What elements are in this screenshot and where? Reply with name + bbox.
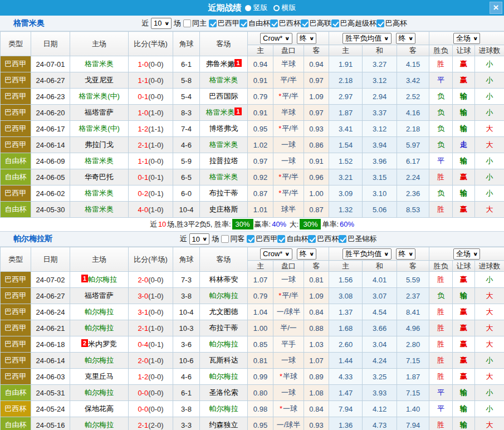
- competition-filter[interactable]: 巴高超级杯: [331, 18, 376, 28]
- halftime-score: (1-0): [148, 206, 163, 214]
- match-row: 巴西甲24-07-01格雷米奥1-0(0-0)6-1弗鲁米嫩10.94半球0.9…: [1, 56, 504, 72]
- avg-stage-select[interactable]: 终∨: [396, 33, 415, 44]
- date-cell: 24-06-03: [31, 369, 70, 385]
- halftime-score: (1-0): [148, 109, 163, 117]
- scope-group-header: 全场∨: [429, 247, 504, 261]
- avg-draw-cell: 3.04: [363, 336, 397, 353]
- goals-result-cell: 小: [475, 89, 504, 105]
- match-row: 巴西甲24-06-24帕尔梅拉3-1(0-0)10-4尤文图德1.04一/球半0…: [1, 304, 504, 320]
- match-row: 巴西甲24-06-20福塔雷萨1-0(1-0)8-3格雷米奥10.91半球0.9…: [1, 105, 504, 121]
- radio-selected-icon: [245, 5, 251, 11]
- handicap-cell: *平/半: [273, 121, 304, 137]
- away-team-cell: 格雷米奥1: [200, 105, 248, 121]
- date-cell: 24-05-24: [31, 401, 70, 417]
- same-venue-filter[interactable]: 同客: [221, 234, 244, 244]
- close-button[interactable]: ×: [490, 2, 502, 14]
- handicap-cell: *半球: [273, 369, 304, 385]
- date-cell: 24-06-27: [31, 72, 70, 89]
- fulltime-score: 0-2: [138, 189, 148, 198]
- score-cell: 1-1(0-0): [129, 153, 173, 169]
- corner-cell: 3-8: [173, 401, 200, 417]
- fulltime-score: 2-0: [138, 356, 148, 365]
- checkbox-checked-icon: [247, 235, 255, 243]
- league-badge: 巴西甲: [1, 89, 31, 104]
- result-char: 赢: [460, 76, 467, 84]
- result-char: 输: [460, 291, 467, 300]
- team-name: 帕尔梅拉: [85, 421, 114, 429]
- competition-filter[interactable]: 巴西杯: [308, 234, 339, 244]
- competition-filter[interactable]: 巴西杯: [270, 18, 301, 28]
- checkbox-checked-icon: [376, 19, 384, 27]
- recent-count-select[interactable]: 10 ∨: [151, 18, 172, 29]
- handicap-result-cell: 走: [453, 137, 475, 153]
- result-char: 输: [460, 108, 467, 116]
- league-badge: 自由杯: [1, 202, 31, 217]
- date-cell: 24-06-21: [31, 320, 70, 336]
- bookmaker-select[interactable]: Crow*∨: [260, 33, 292, 44]
- handicap-result-cell: 输: [453, 417, 475, 430]
- league-badge: 巴西甲: [1, 72, 31, 88]
- home-team-cell: 戈亚尼亚: [70, 72, 129, 89]
- col-score: 比分(半场): [129, 32, 173, 56]
- away-team-cell: 帕尔梅拉: [200, 288, 248, 304]
- view-radio[interactable]: 竖版: [245, 3, 268, 13]
- score-cell: 2-1(1-0): [129, 320, 173, 336]
- match-row: 巴西甲24-06-02格雷米奥0-2(0-1)6-0布拉干蒂0.87*平/半1.…: [1, 185, 504, 202]
- corner-cell: 5-8: [173, 72, 200, 89]
- avg-draw-cell: 4.12: [363, 401, 397, 417]
- odds-group-header: Crow*∨ 终∨: [248, 32, 329, 45]
- team-name: 博塔弗戈: [209, 124, 238, 133]
- wdl-result-cell: 胜: [429, 369, 453, 385]
- competition-filter[interactable]: 自由杯: [277, 234, 308, 244]
- odds-stage-select[interactable]: 终∨: [297, 248, 316, 260]
- away-team-cell: 拉普拉塔: [200, 153, 248, 169]
- handicap-result-cell: 输: [453, 185, 475, 202]
- odds-away-cell: 1.09: [304, 89, 329, 105]
- recent-count-select[interactable]: 10 ∨: [189, 233, 210, 245]
- competition-label: 巴圣锦标: [348, 234, 376, 244]
- avg-away-cell: 2.36: [397, 185, 429, 202]
- odds-stage-select[interactable]: 终∨: [297, 33, 316, 44]
- competition-filter[interactable]: 巴高杯: [376, 18, 407, 28]
- team-name: 巴西国际: [209, 92, 238, 100]
- scope-select[interactable]: 全场∨: [453, 33, 480, 44]
- halftime-score: (1-0): [148, 324, 163, 333]
- competition-filter[interactable]: 巴圣锦标: [339, 234, 376, 244]
- home-team-cell: 格雷米奥: [70, 202, 129, 218]
- rank-badge: 2: [81, 339, 88, 347]
- team-name: 格雷米奥: [205, 108, 234, 116]
- odds-away-cell: 1.08: [304, 385, 329, 401]
- corner-cell: 6-0: [173, 185, 200, 202]
- odds-home-cell: 1.04: [248, 304, 273, 320]
- handicap-result-cell: 赢: [453, 272, 475, 288]
- avg-stage-select[interactable]: 终∨: [396, 248, 415, 260]
- halftime-score: (1-0): [148, 292, 163, 300]
- goals-result-cell: 小: [475, 272, 504, 288]
- team-sections: 格雷米奥 近 10 ∨ 场 同主 巴西甲自由杯巴西杯巴高联巴高超级杯巴高杯: [0, 16, 504, 430]
- competition-filter[interactable]: 自由杯: [239, 18, 270, 28]
- team-name: 科林蒂安: [209, 275, 238, 284]
- same-venue-filter[interactable]: 同主: [183, 18, 207, 28]
- home-team-cell: 福塔雷萨: [70, 288, 129, 304]
- corner-cell: 7-4: [173, 121, 200, 137]
- handicap-result-cell: 输: [453, 153, 475, 169]
- date-cell: 24-06-14: [31, 137, 70, 153]
- bookmaker-select[interactable]: Crow*∨: [260, 248, 292, 260]
- corner-cell: 4-6: [173, 137, 200, 153]
- competition-filter[interactable]: 巴西甲: [209, 18, 239, 28]
- team-name: 布拉干蒂: [209, 324, 238, 332]
- near-label: 近: [180, 234, 187, 244]
- scope-select[interactable]: 全场∨: [453, 248, 480, 260]
- goals-result-cell: 大: [475, 137, 504, 153]
- competition-filter[interactable]: 巴高联: [301, 18, 331, 28]
- view-radio[interactable]: 横版: [273, 3, 296, 13]
- odds-away-cell: 0.87: [304, 202, 329, 218]
- checkbox-unchecked-icon: [221, 235, 229, 243]
- col-handicap-result: 让球: [453, 45, 475, 56]
- competition-filter[interactable]: 巴西甲: [247, 234, 277, 244]
- avg-type-select[interactable]: 胜平负均值∨: [342, 33, 391, 44]
- result-char: 大: [486, 291, 493, 300]
- team-name: 格雷米奥(中): [79, 124, 120, 133]
- avg-type-select[interactable]: 胜平负均值∨: [342, 248, 391, 260]
- fulltime-score: 1-2: [138, 125, 148, 133]
